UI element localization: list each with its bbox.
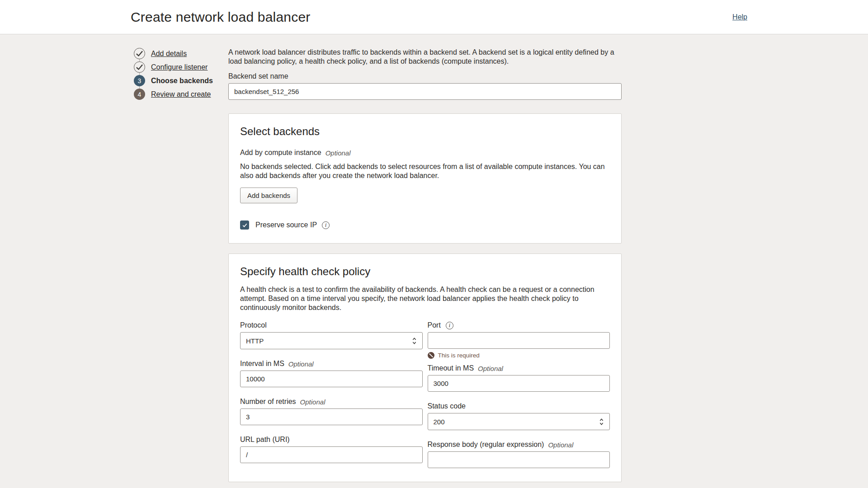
preserve-source-ip-label: Preserve source IP <box>255 221 317 229</box>
step-choose-backends: 3 Choose backends <box>134 75 228 86</box>
response-body-field: Response body (regular expression) Optio… <box>428 441 610 468</box>
health-check-description: A health check is a test to confirm the … <box>240 285 609 312</box>
check-icon <box>134 61 145 73</box>
optional-tag: Optional <box>548 441 573 449</box>
preserve-source-ip-row: Preserve source IP i <box>240 221 610 230</box>
interval-field: Interval in MS Optional <box>240 360 423 387</box>
step-label[interactable]: Configure listener <box>151 63 208 71</box>
select-backends-title: Select backends <box>240 125 610 138</box>
step-number-badge: 3 <box>134 75 145 86</box>
port-field: Port i This is required <box>428 321 610 359</box>
retries-input[interactable] <box>240 408 423 425</box>
health-check-title: Specify health check policy <box>240 265 610 278</box>
step-label[interactable]: Review and create <box>151 90 211 99</box>
status-code-selected-value: 200 <box>434 418 599 426</box>
protocol-selected-value: HTTP <box>246 337 412 345</box>
select-caret-icon <box>412 337 417 345</box>
url-path-label: URL path (URI) <box>240 436 290 444</box>
wizard-steps-nav: Add details Configure listener 3 Choose … <box>134 48 228 488</box>
protocol-select[interactable]: HTTP <box>240 332 423 349</box>
error-icon <box>428 352 434 359</box>
retries-label: Number of retries <box>240 398 296 406</box>
optional-tag: Optional <box>300 398 326 406</box>
interval-input[interactable] <box>240 371 423 387</box>
step-number-badge: 4 <box>134 89 145 100</box>
info-icon[interactable]: i <box>322 221 330 229</box>
url-path-input[interactable] <box>240 446 423 463</box>
info-icon[interactable]: i <box>446 322 453 329</box>
select-backends-card: Select backends Add by compute instance … <box>228 113 622 244</box>
interval-label: Interval in MS <box>240 360 284 368</box>
health-check-form-right-column: Port i This is required <box>428 321 610 468</box>
step-label[interactable]: Add details <box>151 50 187 58</box>
select-caret-icon <box>599 418 604 426</box>
port-label: Port <box>428 321 441 329</box>
protocol-label: Protocol <box>240 321 267 329</box>
port-input[interactable] <box>428 332 610 349</box>
backend-set-name-label: Backend set name <box>228 72 622 80</box>
status-code-select[interactable]: 200 <box>428 413 610 430</box>
page-header: Create network load balancer Help <box>0 0 868 34</box>
page-title: Create network load balancer <box>131 9 311 25</box>
health-check-policy-card: Specify health check policy A health che… <box>228 253 622 482</box>
backend-set-name-input[interactable] <box>228 83 622 100</box>
retries-field: Number of retries Optional <box>240 398 423 425</box>
health-check-form-left-column: Protocol HTTP Interval in MS <box>240 321 423 468</box>
response-body-label: Response body (regular expression) <box>428 441 544 449</box>
step-configure-listener[interactable]: Configure listener <box>134 61 228 73</box>
port-error-message: This is required <box>438 352 480 359</box>
timeout-field: Timeout in MS Optional <box>428 364 610 392</box>
response-body-input[interactable] <box>428 451 610 468</box>
protocol-field: Protocol HTTP <box>240 321 423 349</box>
add-by-compute-instance-row: Add by compute instance Optional <box>240 149 610 157</box>
status-code-field: Status code 200 <box>428 402 610 430</box>
url-path-field: URL path (URI) <box>240 436 423 463</box>
add-by-compute-instance-label: Add by compute instance <box>240 149 321 157</box>
optional-tag: Optional <box>326 149 351 157</box>
step-add-details[interactable]: Add details <box>134 48 228 59</box>
step-label: Choose backends <box>151 77 213 85</box>
health-check-form: Protocol HTTP Interval in MS <box>240 321 610 468</box>
port-error-row: This is required <box>428 352 610 359</box>
intro-description: A network load balancer distributes traf… <box>228 48 622 66</box>
status-code-label: Status code <box>428 402 466 410</box>
add-backends-button[interactable]: Add backends <box>240 188 297 203</box>
content-area: Add details Configure listener 3 Choose … <box>0 34 868 488</box>
select-backends-description: No backends selected. Click add backends… <box>240 162 610 180</box>
check-icon <box>134 48 145 59</box>
timeout-label: Timeout in MS <box>428 364 474 372</box>
main-panel: A network load balancer distributes traf… <box>228 48 622 488</box>
preserve-source-ip-checkbox[interactable] <box>240 221 249 230</box>
optional-tag: Optional <box>478 365 503 372</box>
optional-tag: Optional <box>288 360 314 368</box>
step-review-and-create[interactable]: 4 Review and create <box>134 89 228 100</box>
timeout-input[interactable] <box>428 375 610 392</box>
help-link[interactable]: Help <box>732 13 747 21</box>
